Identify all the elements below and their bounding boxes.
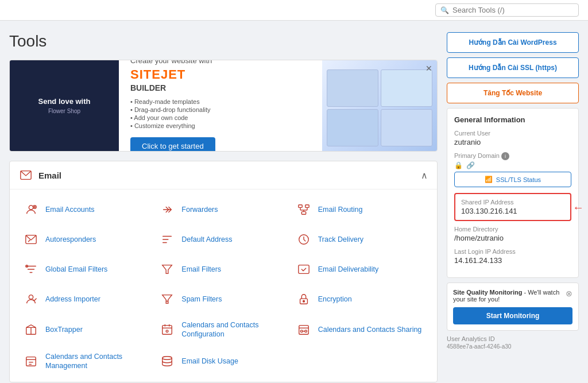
email-filters-icon — [158, 261, 176, 278]
boxtrapper-label: BoxTrapper — [45, 325, 83, 334]
left-column: Tools Send love with Flower Shop Create … — [9, 32, 438, 383]
email-accounts-label: Email Accounts — [45, 205, 94, 214]
tool-email-accounts[interactable]: Email Accounts — [19, 196, 155, 223]
default-address-icon — [158, 231, 176, 248]
ssl-status-icon: 📶 — [485, 176, 493, 183]
page-title: Tools — [9, 32, 438, 51]
tool-cal-contacts-mgmt[interactable]: Calendars and Contacts Management — [19, 347, 155, 376]
banner-cta-button[interactable]: Click to get started — [130, 137, 215, 152]
banner-pre-title: Create your website with — [130, 60, 311, 65]
current-user-field: Current User zutranio — [454, 130, 571, 146]
svg-point-29 — [166, 330, 168, 332]
primary-domain-info-icon[interactable]: i — [501, 152, 509, 160]
svg-rect-7 — [301, 212, 305, 215]
banner-left-title: Send love with — [38, 97, 90, 106]
tool-global-email-filters[interactable]: Global Email Filters — [19, 256, 155, 283]
email-deliverability-icon — [295, 261, 312, 278]
default-address-label: Default Address — [181, 235, 232, 244]
sitejet-banner: Send love with Flower Shop Create your w… — [9, 60, 438, 152]
search-icon: 🔍 — [440, 6, 449, 14]
tool-autoresponders[interactable]: Autoresponders — [19, 226, 155, 253]
svg-point-39 — [163, 357, 172, 360]
home-dir-value: /home/zutranio — [454, 234, 571, 242]
banner-left-subtitle: Flower Shop — [38, 108, 90, 114]
email-chevron-icon: ∧ — [421, 170, 428, 181]
monitoring-text: Site Quality Monitoring - We'll watch yo… — [453, 289, 566, 303]
analytics-value: 4588ee7a-aacf-4246-a30 — [447, 343, 579, 350]
search-box[interactable]: 🔍 — [435, 3, 579, 17]
cal-contacts-config-label: Calendars and Contacts Configuration — [181, 320, 288, 339]
tool-email-routing[interactable]: Email Routing — [292, 196, 428, 223]
screenshot-thumb-4 — [381, 109, 432, 146]
primary-domain-field: Primary Domain i 🔒 🔗 📶 SSL/TLS Status — [454, 152, 571, 187]
svg-point-32 — [300, 330, 303, 332]
global-email-filters-icon — [22, 261, 40, 278]
current-user-label: Current User — [454, 130, 571, 137]
last-login-field: Last Login IP Address 14.161.24.133 — [454, 248, 571, 265]
email-routing-label: Email Routing — [318, 205, 363, 214]
tool-email-disk-usage[interactable]: Email Disk Usage — [155, 347, 291, 376]
encryption-icon — [295, 291, 312, 308]
email-section-icon — [19, 168, 33, 182]
external-link-icon[interactable]: 🔗 — [466, 161, 475, 169]
tool-default-address[interactable]: Default Address — [155, 226, 291, 253]
tool-email-filters[interactable]: Email Filters — [155, 256, 291, 283]
banner-left: Send love with Flower Shop — [10, 60, 119, 151]
ssl-guide-button[interactable]: Hướng Dẫn Cài SSL (https) — [447, 57, 579, 78]
primary-domain-label: Primary Domain i — [454, 152, 571, 160]
ssl-status-label: SSL/TLS Status — [496, 176, 541, 183]
general-info-title: General Information — [454, 115, 571, 124]
screenshot-thumb-2 — [381, 69, 432, 107]
wordpress-guide-button[interactable]: Hướng Dẫn Cài WordPress — [447, 32, 579, 53]
address-importer-icon — [22, 291, 40, 308]
start-monitoring-button[interactable]: Start Monitoring — [453, 307, 572, 324]
tool-address-importer[interactable]: Address Importer — [19, 286, 155, 312]
home-dir-field: Home Directory /home/zutranio — [454, 226, 571, 242]
forwarders-label: Forwarders — [181, 205, 218, 214]
svg-point-33 — [304, 330, 307, 332]
tool-encryption[interactable]: Encryption — [292, 286, 428, 312]
email-routing-icon — [295, 201, 312, 218]
tool-track-delivery[interactable]: Track Delivery — [292, 226, 428, 253]
tool-boxtrapper[interactable]: BoxTrapper — [19, 316, 155, 344]
tool-cal-contacts-sharing[interactable]: Calendars and Contacts Sharing — [292, 316, 428, 344]
track-delivery-label: Track Delivery — [318, 235, 363, 244]
banner-feature-4: Customize everything — [130, 122, 311, 129]
search-input[interactable] — [452, 6, 574, 14]
monitoring-close-button[interactable]: ⊗ — [566, 289, 572, 298]
banner-close-button[interactable]: ✕ — [425, 64, 432, 73]
shared-ip-box: Shared IP Address 103.130.216.141 ← — [454, 193, 571, 221]
tool-forwarders[interactable]: Forwarders — [155, 196, 291, 223]
address-importer-label: Address Importer — [45, 295, 100, 304]
speed-website-button[interactable]: Tăng Tốc Website — [447, 83, 579, 103]
tool-spam-filters[interactable]: Spam Filters — [155, 286, 291, 312]
autoresponders-label: Autoresponders — [45, 235, 96, 244]
tool-email-deliverability[interactable]: Email Deliverability — [292, 256, 428, 283]
banner-feature-3: Add your own code — [130, 114, 311, 121]
email-section-header[interactable]: Email ∧ — [10, 161, 437, 189]
last-login-label: Last Login IP Address — [454, 248, 571, 255]
svg-rect-5 — [298, 205, 301, 208]
global-email-filters-label: Global Email Filters — [45, 265, 107, 274]
user-analytics-field: User Analytics ID 4588ee7a-aacf-4246-a30 — [447, 335, 579, 350]
banner-left-inner: Send love with Flower Shop — [38, 97, 90, 114]
cal-contacts-mgmt-icon — [22, 353, 40, 370]
screenshot-thumb-1 — [327, 69, 378, 107]
ssl-status-button[interactable]: 📶 SSL/TLS Status — [454, 172, 571, 187]
current-user-value: zutranio — [454, 138, 571, 146]
right-sidebar: Hướng Dẫn Cài WordPress Hướng Dẫn Cài SS… — [447, 32, 579, 383]
banner-features: Ready-made templates Drag-and-drop funct… — [130, 98, 311, 130]
tool-cal-contacts-config[interactable]: Calendars and Contacts Configuration — [155, 316, 291, 344]
svg-rect-6 — [305, 205, 308, 208]
svg-marker-16 — [163, 265, 172, 274]
svg-point-1 — [29, 206, 33, 210]
boxtrapper-icon — [22, 321, 40, 338]
email-section: Email ∧ Email Accounts Forwarders — [9, 161, 438, 382]
email-section-title-area: Email — [19, 168, 61, 182]
analytics-label: User Analytics ID — [447, 335, 579, 342]
spam-filters-icon — [158, 291, 176, 308]
screenshot-thumb-3 — [327, 109, 378, 146]
svg-point-22 — [303, 300, 304, 302]
monitoring-title: Site Quality Monitoring — [453, 289, 522, 296]
forwarders-icon — [158, 201, 176, 218]
